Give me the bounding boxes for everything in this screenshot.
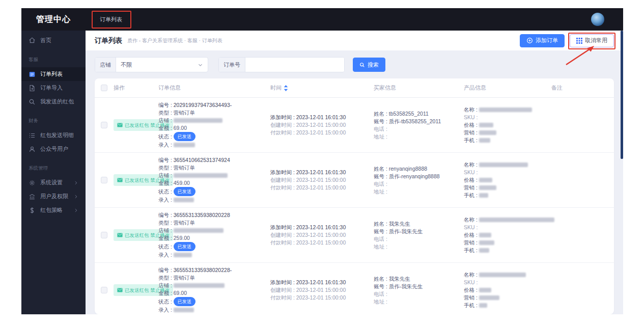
shop-select[interactable]: 不限 (116, 58, 208, 72)
field-label: 编号 : (158, 267, 174, 273)
order-no-line: 编号 : 3655531335938020228- (158, 266, 268, 274)
product-info-cell: 名称 : SKU : 价格 : 营销 : 手机 : (464, 208, 551, 262)
vertical-scrollbar-thumb[interactable] (621, 31, 623, 159)
time-cell: 添加时间 : 2023-12-01 16:01:30创建时间 : 2023-12… (270, 98, 374, 152)
field-label: 营销 : (464, 184, 479, 191)
envelope-icon (117, 233, 123, 237)
sidebar-item[interactable]: 红包策略 (21, 203, 86, 217)
buyer-phone-line: 电话 : (374, 290, 462, 298)
field-value: 459.00 (174, 180, 190, 186)
envelope-icon (117, 123, 123, 127)
field-value: 我朱先生 (389, 276, 410, 282)
page-title: 订单列表 (95, 36, 122, 45)
sidebar-item-home[interactable]: 首页 (21, 33, 86, 47)
select-all-checkbox[interactable] (101, 85, 107, 91)
page-header: 订单列表 质作 - 客户关系管理系统 · 客服 · 订单列表 添加订单 (86, 31, 623, 51)
field-label: 类型 : (158, 110, 174, 116)
sidebar-item[interactable]: 系统设置 (21, 176, 86, 189)
redacted-value (479, 123, 493, 127)
row-checkbox[interactable] (101, 122, 107, 128)
redacted-value (479, 288, 491, 292)
order-shop-line: 店铺 : (158, 172, 268, 179)
field-value: 2023-12-01 15:00:00 (296, 122, 346, 128)
field-label: 付款时间 : (270, 184, 296, 191)
sidebar-item[interactable]: 订单列表 (21, 67, 86, 81)
redacted-value (479, 130, 496, 135)
add-order-button[interactable]: 添加订单 (520, 34, 565, 47)
plus-circle-icon (526, 37, 533, 44)
sidebar-item[interactable]: 我发送的红包 (21, 95, 86, 109)
row-check-cell (101, 208, 114, 262)
time-created-line: 创建时间 : 2023-12-01 15:00:00 (270, 286, 372, 294)
product-info-cell: 名称 : SKU : 价格 : 营销 : 手机 : (464, 153, 551, 207)
gear-icon (29, 179, 36, 186)
field-label: 地址 : (374, 299, 387, 305)
field-label: 姓名 : (374, 111, 389, 117)
field-value: 2023-12-01 15:00:00 (296, 287, 346, 293)
order-info-cell: 编号 : 3655531335938020228-类型 : 营销订单店铺 : 金… (158, 263, 270, 314)
order-info-cell: 编号 : 3655531335938020228类型 : 营销订单店铺 : 金额… (158, 208, 270, 262)
buyer-info-cell: 姓名 : renyanqing8888账号 : 质作-renyanqing888… (374, 153, 464, 207)
time-added-line: 添加时间 : 2023-12-01 16:01:30 (270, 114, 372, 121)
buyer-info-cell: 姓名 : 我朱先生账号 : 质作-我朱先生电话 : 地址 : (374, 208, 464, 262)
field-value: 3655531335938020228 (174, 212, 230, 218)
cancel-favorite-button[interactable]: 取消常用 (570, 34, 614, 47)
sidebar-item[interactable]: 用户及权限 (21, 189, 86, 203)
time-cell: 添加时间 : 2023-12-01 16:01:30创建时间 : 2023-12… (270, 153, 374, 207)
sidebar-item[interactable]: 公众号用户 (21, 142, 86, 156)
field-label: 名称 : (464, 106, 479, 113)
field-value: 2023-12-01 15:00:00 (296, 184, 346, 191)
redacted-value (174, 308, 194, 312)
field-label: 电话 : (374, 236, 387, 242)
row-checkbox[interactable] (101, 287, 107, 293)
order-no-input[interactable] (245, 58, 344, 72)
time-paid-line: 付款时间 : 2023-12-01 15:00:00 (270, 239, 372, 247)
row-checkbox[interactable] (101, 232, 107, 238)
buyer-account-line: 账号 : 质作-我朱先生 (374, 283, 462, 290)
redacted-value (174, 173, 228, 178)
product-price-line: 价格 : (464, 231, 549, 239)
grid-icon (576, 38, 582, 44)
tab-order-list-label: 订单列表 (100, 16, 122, 22)
sidebar-item-label: 订单列表 (40, 70, 63, 78)
field-label: 手机 : (464, 137, 479, 143)
field-label: 姓名 : (374, 221, 389, 227)
tab-order-list[interactable]: 订单列表 (97, 14, 125, 25)
time-created-line: 创建时间 : 2023-12-01 15:00:00 (270, 231, 372, 239)
product-price-line: 价格 : (464, 286, 549, 294)
field-label: 状态 : (158, 243, 174, 250)
sort-icon[interactable] (284, 85, 288, 91)
operation-cell: 已发送红包 禁止修改 (114, 153, 158, 207)
field-label: 手机 : (464, 247, 479, 253)
time-added-line: 添加时间 : 2023-12-01 16:01:30 (270, 224, 372, 231)
search-button[interactable]: 搜索 (353, 58, 385, 72)
sidebar-item[interactable]: 红包发送明细 (21, 128, 86, 142)
order-amount-line: 金额 : 69.00 (158, 124, 268, 132)
row-checkbox[interactable] (101, 177, 107, 183)
sidebar-item[interactable]: 订单导入 (21, 81, 86, 95)
field-label: 添加时间 : (270, 224, 296, 230)
field-label: 录入 : (158, 252, 174, 258)
field-value: renyanqing8888 (389, 166, 427, 172)
order-no-line: 编号 : 2029199379473634493- (158, 101, 268, 109)
envelope-icon (117, 178, 123, 182)
sidebar-section-label: 客服 (29, 57, 78, 63)
field-label: 创建时间 : (270, 232, 296, 238)
field-label: 账号 : (374, 173, 389, 179)
redacted-value (479, 295, 499, 300)
field-label: 类型 : (158, 165, 174, 171)
status-badge: 已发送 (174, 297, 195, 306)
user-avatar[interactable] (591, 13, 604, 26)
redacted-value (174, 283, 225, 288)
table-row: 已发送红包 禁止修改编号 : 3655531335938020228-类型 : … (95, 263, 614, 314)
redacted-value (174, 118, 222, 123)
chevron-right-icon (73, 194, 78, 199)
buyer-account-line: 账号 : 质作-renyanqing8888 (374, 173, 462, 180)
redacted-value (479, 240, 494, 245)
time-cell: 添加时间 : 2023-12-01 16:01:30创建时间 : 2023-12… (270, 263, 374, 314)
field-label: 地址 : (374, 243, 387, 250)
product-info-cell: 名称 : SKU : 价格 : 营销 : 手机 : (464, 98, 551, 152)
order-list-icon (29, 71, 36, 78)
field-label: 电话 : (374, 126, 387, 132)
table-row: 已发送红包 禁止修改编号 : 3655531335938020228类型 : 营… (95, 208, 614, 263)
